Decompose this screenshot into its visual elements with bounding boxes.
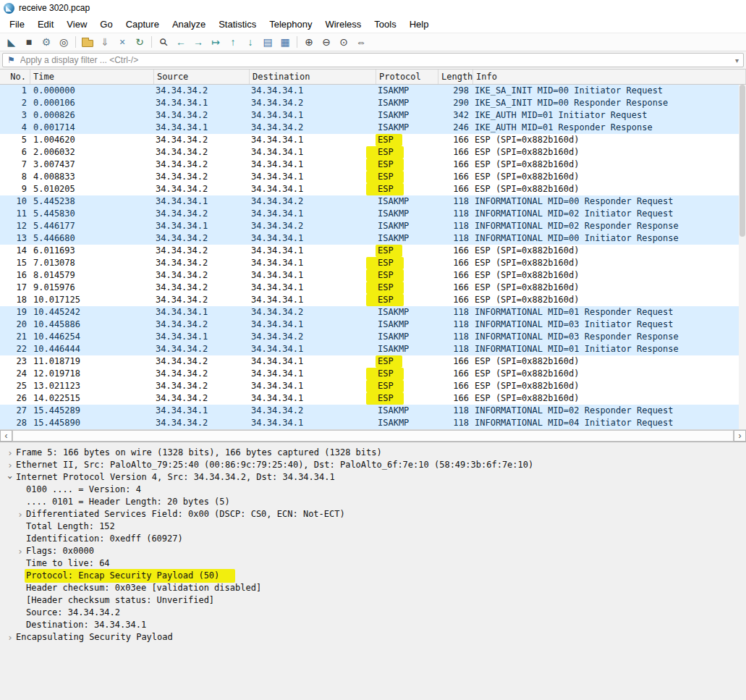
packet-list-hscrollbar[interactable]: ‹ › <box>0 429 746 442</box>
packet-row-18[interactable]: 1810.01712534.34.34.234.34.34.1ESP166ESP… <box>0 294 746 306</box>
go-forward-icon[interactable]: → <box>190 35 206 49</box>
column-header-source[interactable]: Source <box>154 69 250 84</box>
packet-row-4[interactable]: 40.00171434.34.34.134.34.34.2ISAKMP246IK… <box>0 122 746 134</box>
filter-bookmark-icon[interactable]: ⚑ <box>7 55 15 65</box>
close-file-icon[interactable]: × <box>114 35 130 49</box>
colorize-icon[interactable]: ▦ <box>277 35 293 49</box>
column-header-time[interactable]: Time <box>30 69 154 84</box>
menu-item-telephony[interactable]: Telephony <box>263 17 318 32</box>
detail-line-13[interactable]: [Header checksum status: Unverified] <box>0 594 746 607</box>
open-file-icon[interactable] <box>80 35 96 49</box>
column-header-info[interactable]: Info <box>473 69 746 84</box>
folder-shape <box>82 40 93 47</box>
detail-line-1[interactable]: ›Frame 5: 166 bytes on wire (1328 bits),… <box>0 447 746 459</box>
menu-item-wireless[interactable]: Wireless <box>318 17 368 32</box>
start-capture-icon[interactable]: ◣ <box>4 35 20 49</box>
packet-row-6[interactable]: 62.00603234.34.34.234.34.34.1ESP166ESP (… <box>0 146 746 159</box>
hscroll-thumb[interactable] <box>12 430 734 442</box>
packet-row-2[interactable]: 20.00010634.34.34.134.34.34.2ISAKMP290IK… <box>0 97 746 109</box>
menu-item-tools[interactable]: Tools <box>368 17 402 32</box>
capture-options-icon[interactable]: ⚙ <box>38 35 54 49</box>
detail-line-9[interactable]: ›Flags: 0x0000 <box>0 545 746 557</box>
expander-icon[interactable]: › <box>4 472 17 484</box>
packet-row-28[interactable]: 2815.44589034.34.34.234.34.34.1ISAKMP118… <box>0 417 746 429</box>
packet-row-14[interactable]: 146.01169334.34.34.234.34.34.1ESP166ESP … <box>0 245 746 257</box>
menu-item-file[interactable]: File <box>3 17 31 32</box>
zoom-in-icon[interactable]: ⊕ <box>301 35 317 49</box>
packet-row-8[interactable]: 84.00883334.34.34.234.34.34.1ESP166ESP (… <box>0 171 746 183</box>
detail-line-4[interactable]: 0100 .... = Version: 4 <box>0 484 746 496</box>
detail-line-16[interactable]: ›Encapsulating Security Payload <box>0 631 746 644</box>
stop-capture-icon[interactable]: ■ <box>21 35 37 49</box>
packet-row-15[interactable]: 157.01307834.34.34.234.34.34.1ESP166ESP … <box>0 257 746 269</box>
packet-list-vscrollbar[interactable] <box>739 85 746 429</box>
menu-item-edit[interactable]: Edit <box>31 17 60 32</box>
find-packet-icon[interactable]: ⚲ <box>153 31 174 53</box>
menu-item-help[interactable]: Help <box>403 17 436 32</box>
first-packet-icon[interactable]: ↑ <box>225 35 241 49</box>
menu-item-capture[interactable]: Capture <box>119 17 166 32</box>
packet-row-24[interactable]: 2412.01971834.34.34.234.34.34.1ESP166ESP… <box>0 368 746 380</box>
menu-item-analyze[interactable]: Analyze <box>166 17 212 32</box>
detail-line-3[interactable]: ›Internet Protocol Version 4, Src: 34.34… <box>0 471 746 484</box>
expander-icon[interactable]: › <box>4 447 16 459</box>
detail-line-7[interactable]: Total Length: 152 <box>0 520 746 533</box>
expander-icon[interactable]: › <box>4 631 16 644</box>
column-header-destination[interactable]: Destination <box>250 69 376 84</box>
packet-row-20[interactable]: 2010.44588634.34.34.234.34.34.1ISAKMP118… <box>0 319 746 331</box>
expander-icon[interactable]: › <box>4 459 16 471</box>
packet-row-7[interactable]: 73.00743734.34.34.234.34.34.1ESP166ESP (… <box>0 159 746 171</box>
hscroll-right-button[interactable]: › <box>734 430 746 442</box>
menu-item-go[interactable]: Go <box>93 17 119 32</box>
last-packet-icon[interactable]: ↓ <box>242 35 258 49</box>
packet-row-10[interactable]: 105.44523834.34.34.134.34.34.2ISAKMP118I… <box>0 195 746 208</box>
packet-row-1[interactable]: 10.00000034.34.34.234.34.34.1ISAKMP298IK… <box>0 85 746 97</box>
detail-line-14[interactable]: Source: 34.34.34.2 <box>0 607 746 619</box>
go-back-icon[interactable]: ← <box>173 35 189 49</box>
restart-capture-icon[interactable]: ◎ <box>56 35 72 49</box>
packet-row-21[interactable]: 2110.44625434.34.34.134.34.34.2ISAKMP118… <box>0 331 746 343</box>
packet-row-16[interactable]: 168.01457934.34.34.234.34.34.1ESP166ESP … <box>0 269 746 282</box>
packet-row-11[interactable]: 115.44583034.34.34.234.34.34.1ISAKMP118I… <box>0 208 746 220</box>
packet-row-12[interactable]: 125.44617734.34.34.134.34.34.2ISAKMP118I… <box>0 220 746 232</box>
packet-row-27[interactable]: 2715.44528934.34.34.134.34.34.2ISAKMP118… <box>0 405 746 417</box>
menu-item-statistics[interactable]: Statistics <box>212 17 263 32</box>
detail-line-5[interactable]: .... 0101 = Header Length: 20 bytes (5) <box>0 496 746 508</box>
zoom-out-icon[interactable]: ⊖ <box>318 35 334 49</box>
expander-icon[interactable]: › <box>14 508 26 520</box>
detail-line-15[interactable]: Destination: 34.34.34.1 <box>0 619 746 631</box>
column-header-no[interactable]: No. <box>0 69 30 84</box>
column-header-protocol[interactable]: Protocol <box>376 69 438 84</box>
packet-row-26[interactable]: 2614.02251534.34.34.234.34.34.1ESP166ESP… <box>0 392 746 405</box>
detail-line-12[interactable]: Header checksum: 0x03ee [validation disa… <box>0 582 746 594</box>
auto-scroll-icon[interactable]: ▤ <box>260 35 276 49</box>
menu-item-view[interactable]: View <box>60 17 93 32</box>
packet-row-17[interactable]: 179.01597634.34.34.234.34.34.1ESP166ESP … <box>0 282 746 294</box>
cell-length: 166 <box>438 380 473 392</box>
hscroll-left-button[interactable]: ‹ <box>0 430 12 442</box>
filter-dropdown-arrow-icon[interactable]: ▾ <box>735 56 739 64</box>
packet-row-5[interactable]: 51.00462034.34.34.234.34.34.1ESP166ESP (… <box>0 134 746 146</box>
display-filter-input[interactable]: ⚑ Apply a display filter ... <Ctrl-/> ▾ <box>2 53 744 67</box>
column-header-length[interactable]: Length <box>438 69 473 84</box>
vscroll-thumb[interactable] <box>739 85 745 237</box>
detail-line-6[interactable]: ›Differentiated Services Field: 0x00 (DS… <box>0 508 746 520</box>
detail-line-8[interactable]: Identification: 0xedff (60927) <box>0 533 746 545</box>
expander-icon[interactable]: › <box>14 545 26 557</box>
reload-file-icon[interactable]: ↻ <box>132 35 148 49</box>
detail-line-10[interactable]: Time to live: 64 <box>0 557 746 570</box>
packet-row-9[interactable]: 95.01020534.34.34.234.34.34.1ESP166ESP (… <box>0 183 746 195</box>
packet-row-19[interactable]: 1910.44524234.34.34.134.34.34.2ISAKMP118… <box>0 306 746 319</box>
detail-line-2[interactable]: ›Ethernet II, Src: PaloAlto_79:25:40 (00… <box>0 459 746 471</box>
packet-row-22[interactable]: 2210.44644434.34.34.234.34.34.1ISAKMP118… <box>0 343 746 355</box>
packet-row-25[interactable]: 2513.02112334.34.34.234.34.34.1ESP166ESP… <box>0 380 746 392</box>
save-file-icon[interactable]: ⇓ <box>97 35 113 49</box>
resize-columns-icon[interactable]: ⇔ <box>353 35 369 49</box>
zoom-original-icon[interactable]: ⊙ <box>336 35 352 49</box>
detail-line-11[interactable]: Protocol: Encap Security Payload (50) <box>0 570 746 582</box>
hscroll-track[interactable] <box>12 430 734 442</box>
packet-row-13[interactable]: 135.44668034.34.34.234.34.34.1ISAKMP118I… <box>0 232 746 245</box>
packet-row-23[interactable]: 2311.01871934.34.34.234.34.34.1ESP166ESP… <box>0 355 746 368</box>
packet-row-3[interactable]: 30.00082634.34.34.234.34.34.1ISAKMP342IK… <box>0 109 746 122</box>
go-to-packet-icon[interactable]: ↦ <box>208 35 224 49</box>
